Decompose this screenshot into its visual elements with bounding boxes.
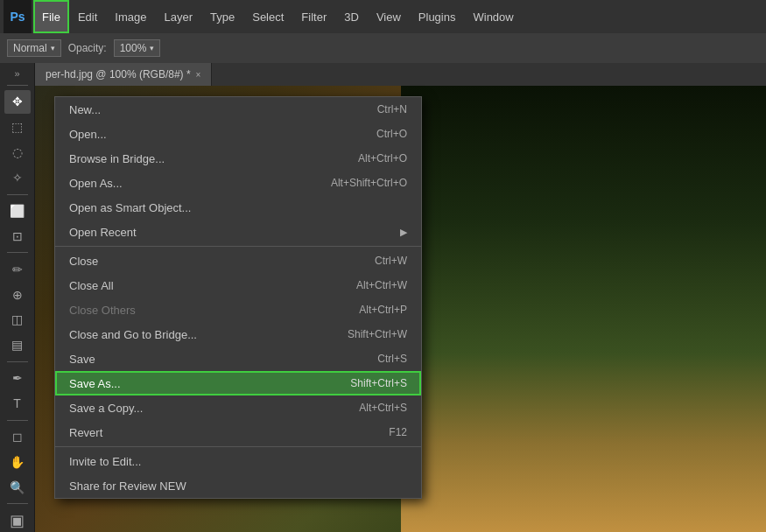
menu-item-close-all[interactable]: Close All Alt+Ctrl+W — [55, 273, 421, 298]
lasso-tool-btn[interactable]: ◌ — [4, 141, 31, 164]
menu-item-open-smart-label: Open as Smart Object... — [69, 201, 191, 214]
menu-item-save-copy-label: Save a Copy... — [69, 402, 143, 415]
menu-separator-2 — [55, 446, 421, 447]
menu-select[interactable]: Select — [243, 0, 292, 33]
menu-item-revert[interactable]: Revert F12 — [55, 420, 421, 444]
menu-plugins[interactable]: Plugins — [410, 0, 465, 33]
crop-tool-btn[interactable]: ⬜ — [4, 199, 31, 222]
gradient-tool-btn[interactable]: ▤ — [4, 333, 31, 357]
menu-item-invite-label: Invite to Edit... — [69, 455, 141, 468]
opacity-label: Opacity: — [68, 42, 107, 54]
menu-item-invite[interactable]: Invite to Edit... — [55, 449, 421, 473]
toolbar-divider-5 — [7, 420, 28, 421]
menu-item-share-review-label: Share for Review NEW — [69, 480, 186, 493]
menu-item-close-all-label: Close All — [69, 279, 114, 292]
foreground-bg-color-btn[interactable]: ▣ — [4, 508, 31, 532]
menu-item-new[interactable]: New... Ctrl+N — [55, 97, 421, 122]
menu-item-close[interactable]: Close Ctrl+W — [55, 248, 421, 273]
menu-item-open[interactable]: Open... Ctrl+O — [55, 122, 421, 146]
document-tab[interactable]: per-hd.jpg @ 100% (RGB/8#) * × — [35, 63, 212, 86]
menu-file[interactable]: File — [33, 0, 69, 33]
menu-item-save-shortcut: Ctrl+S — [377, 353, 407, 365]
menu-item-close-others-label: Close Others — [69, 304, 136, 317]
menu-item-open-recent-label: Open Recent — [69, 226, 137, 239]
menu-item-save-as[interactable]: Save As... Shift+Ctrl+S — [55, 371, 421, 396]
pen-tool-btn[interactable]: ✒ — [4, 367, 31, 390]
move-tool-btn[interactable]: ✥ — [4, 90, 31, 114]
ps-logo: Ps — [4, 0, 32, 33]
menu-view[interactable]: View — [368, 0, 410, 33]
menu-3d[interactable]: 3D — [335, 0, 368, 33]
menu-item-save[interactable]: Save Ctrl+S — [55, 346, 421, 371]
menu-separator-1 — [55, 246, 421, 247]
toolbar-divider-3 — [7, 252, 28, 253]
type-tool-btn[interactable]: T — [4, 392, 31, 416]
blend-mode-dropdown[interactable]: Normal ▾ — [7, 39, 61, 57]
menu-item-revert-shortcut: F12 — [389, 426, 407, 438]
magic-wand-tool-btn[interactable]: ✧ — [4, 166, 31, 190]
menu-edit[interactable]: Edit — [69, 0, 106, 33]
menu-item-open-recent[interactable]: Open Recent ▶ — [55, 220, 421, 244]
toolbar-divider-6 — [7, 503, 28, 504]
menu-window[interactable]: Window — [464, 0, 522, 33]
tab-bar: per-hd.jpg @ 100% (RGB/8#) * × — [35, 63, 766, 86]
toolbar-divider-1 — [7, 85, 28, 86]
stamp-tool-btn[interactable]: ⊕ — [4, 283, 31, 306]
menu-item-new-label: New... — [69, 103, 101, 116]
patch-tool-btn[interactable]: ⊡ — [4, 224, 31, 248]
opacity-arrow-icon: ▾ — [150, 44, 154, 52]
menu-item-browse-bridge-label: Browse in Bridge... — [69, 152, 165, 165]
menu-item-revert-label: Revert — [69, 426, 102, 439]
document-tab-close[interactable]: × — [196, 70, 201, 80]
main-area: » ✥ ⬚ ◌ ✧ ⬜ ⊡ ✏ ⊕ ◫ ▤ ✒ T ◻ ✋ 🔍 ▣ per-hd… — [0, 63, 766, 532]
document-tab-filename: per-hd.jpg @ 100% (RGB/8#) * — [46, 68, 191, 80]
marquee-tool-btn[interactable]: ⬚ — [4, 116, 31, 139]
brush-tool-btn[interactable]: ✏ — [4, 257, 31, 281]
menu-item-close-all-shortcut: Alt+Ctrl+W — [356, 279, 407, 291]
options-bar: Normal ▾ Opacity: 100% ▾ — [0, 33, 766, 63]
blend-mode-label: Normal — [13, 42, 47, 54]
menu-item-open-as-label: Open As... — [69, 177, 123, 190]
left-toolbar: » ✥ ⬚ ◌ ✧ ⬜ ⊡ ✏ ⊕ ◫ ▤ ✒ T ◻ ✋ 🔍 ▣ — [0, 63, 35, 532]
menu-item-open-as[interactable]: Open As... Alt+Shift+Ctrl+O — [55, 171, 421, 195]
menu-item-close-others-shortcut: Alt+Ctrl+P — [359, 304, 407, 316]
menu-filter[interactable]: Filter — [292, 0, 335, 33]
zoom-tool-btn[interactable]: 🔍 — [4, 475, 31, 499]
menu-item-save-as-label: Save As... — [69, 377, 121, 390]
menu-image[interactable]: Image — [106, 0, 155, 33]
menu-item-open-label: Open... — [69, 128, 107, 141]
menu-item-new-shortcut: Ctrl+N — [377, 103, 407, 116]
menu-item-browse-bridge-shortcut: Alt+Ctrl+O — [358, 152, 407, 164]
shape-tool-btn[interactable]: ◻ — [4, 424, 31, 448]
menu-item-save-label: Save — [69, 353, 95, 366]
menu-item-share-review[interactable]: Share for Review NEW — [55, 473, 421, 498]
menu-item-close-bridge[interactable]: Close and Go to Bridge... Shift+Ctrl+W — [55, 322, 421, 346]
menu-item-close-others: Close Others Alt+Ctrl+P — [55, 298, 421, 322]
opacity-value: 100% — [120, 42, 147, 54]
hand-tool-btn[interactable]: ✋ — [4, 450, 31, 473]
opacity-dropdown[interactable]: 100% ▾ — [114, 39, 161, 57]
menu-item-save-copy-shortcut: Alt+Ctrl+S — [359, 402, 407, 414]
menu-layer[interactable]: Layer — [156, 0, 202, 33]
menu-item-open-as-shortcut: Alt+Shift+Ctrl+O — [331, 177, 407, 189]
menu-item-save-as-shortcut: Shift+Ctrl+S — [350, 377, 407, 389]
menu-item-close-bridge-shortcut: Shift+Ctrl+W — [348, 328, 407, 340]
menu-item-close-shortcut: Ctrl+W — [375, 255, 407, 267]
menu-item-close-label: Close — [69, 255, 98, 268]
toolbar-divider-4 — [7, 361, 28, 362]
menubar: Ps File Edit Image Layer Type Select Fil… — [0, 0, 766, 33]
menu-item-browse-bridge[interactable]: Browse in Bridge... Alt+Ctrl+O — [55, 146, 421, 171]
toolbar-expand-icon[interactable]: » — [14, 66, 19, 80]
menu-item-open-smart[interactable]: Open as Smart Object... — [55, 195, 421, 220]
menu-item-open-shortcut: Ctrl+O — [376, 128, 407, 140]
file-menu-dropdown: New... Ctrl+N Open... Ctrl+O Browse in B… — [54, 96, 422, 499]
blend-mode-arrow-icon: ▾ — [51, 44, 55, 52]
eraser-tool-btn[interactable]: ◫ — [4, 308, 31, 332]
submenu-arrow-icon: ▶ — [400, 227, 407, 238]
menu-type[interactable]: Type — [201, 0, 243, 33]
menu-item-save-copy[interactable]: Save a Copy... Alt+Ctrl+S — [55, 396, 421, 420]
menu-item-close-bridge-label: Close and Go to Bridge... — [69, 328, 197, 341]
toolbar-divider-2 — [7, 194, 28, 195]
